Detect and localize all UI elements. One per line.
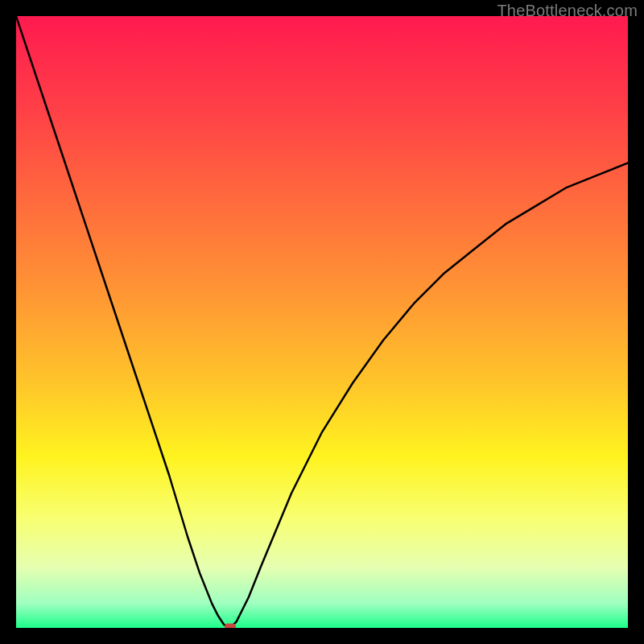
chart-svg bbox=[16, 16, 628, 628]
gradient-background bbox=[16, 16, 628, 628]
optimum-marker bbox=[225, 624, 236, 629]
chart-frame: TheBottleneck.com bbox=[0, 0, 644, 644]
plot-area bbox=[16, 16, 628, 628]
